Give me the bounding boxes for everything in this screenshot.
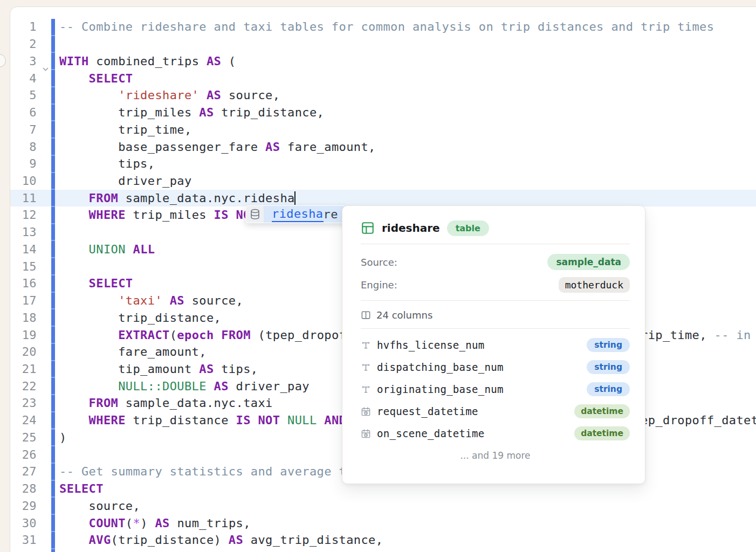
text-type-icon [361,362,377,372]
line-number: 31 [10,532,37,549]
autocomplete-rest-text: re [324,208,338,221]
autocomplete-item-rideshare[interactable]: rideshare [264,206,346,223]
column-type-badge: datetime [574,426,630,440]
code-line-8[interactable]: 8 base_passenger_fare AS fare_amount, [0,139,756,156]
code-text: tip_amount AS tips, [59,361,258,378]
line-number: 22 [10,378,37,395]
code-line-1[interactable]: 1-- Combine rideshare and taxi tables fo… [0,18,756,36]
engine-value-badge: motherduck [559,277,630,293]
code-text: source, [59,498,140,515]
columns-icon [361,310,371,320]
line-number: 21 [10,361,37,378]
column-row: request_datetimedatetime [361,403,630,419]
sql-editor-screen: 1-- Combine rideshare and taxi tables fo… [0,0,756,552]
line-number: 2 [10,36,37,53]
line-number: 20 [10,343,37,361]
code-line-9[interactable]: 9 tips, [0,155,756,172]
engine-label: Engine: [361,279,397,291]
code-text: AVG(trip_time) AS avg_trip_time, [59,549,324,552]
code-line-5[interactable]: 5 'rideshare' AS source, [0,87,756,104]
line-number: 16 [10,275,37,292]
column-type-badge: datetime [574,404,630,418]
line-number: 28 [10,480,37,498]
line-number: 17 [10,292,37,309]
table-title: rideshare [382,222,440,234]
code-text: FROM sample_data.nyc.taxi [59,395,273,412]
column-type-badge: string [587,382,630,396]
line-number: 8 [10,139,37,156]
code-text: ) [59,429,67,446]
source-label: Source: [361,257,397,268]
line-number: 7 [10,121,37,139]
code-line-10[interactable]: 10 driver_pay [0,172,756,190]
code-text: WITH combined_trips AS ( [59,53,236,70]
code-text: 'taxi' AS source, [59,292,243,309]
divider [361,244,630,244]
code-text: SELECT [59,70,133,87]
code-text: -- Combine rideshare and taxi tables for… [59,18,714,36]
line-number: 26 [10,446,37,464]
column-name: dispatching_base_num [377,361,587,373]
tooltip-header: rideshare table [361,220,630,236]
code-text: SELECT [59,480,104,498]
column-name: on_scene_datetime [377,427,574,439]
code-line-29[interactable]: 29 source, [0,498,756,515]
divider [361,328,630,329]
modified-lines-gutter-bar [51,19,55,552]
source-row: Source: sample_data [361,254,630,270]
code-line-7[interactable]: 7 trip_time, [0,121,756,139]
code-line-30[interactable]: 30 COUNT(*) AS num_trips, [0,515,756,532]
line-number: 10 [10,172,37,190]
column-row: originating_base_numstring [361,381,630,397]
column-type-badge: string [587,360,630,374]
code-text: FROM sample_data.nyc.ridesha [59,190,295,207]
code-line-4[interactable]: 4 SELECT [0,70,756,87]
code-text: 'rideshare' AS source, [59,87,280,104]
code-text: driver_pay [59,172,192,190]
line-number: 1 [10,18,37,36]
code-line-32[interactable]: 32 AVG(trip_time) AS avg_trip_time, [0,549,756,552]
line-number: 13 [10,224,37,241]
autocomplete-popup: rideshare [245,205,347,223]
column-name: hvfhs_license_num [377,339,587,351]
line-number: 32 [10,549,37,552]
code-line-3[interactable]: 3WITH combined_trips AS ( [0,53,756,70]
line-number: 11 [10,190,37,207]
table-type-badge: table [447,220,489,236]
line-number: 6 [10,104,37,121]
column-name: originating_base_num [377,383,587,395]
source-value-badge: sample_data [547,254,630,270]
code-text: tips, [59,155,155,172]
code-line-2[interactable]: 2 [0,36,756,53]
line-number: 29 [10,498,37,515]
more-columns-text: ... and 19 more [361,450,630,461]
code-text: trip_distance, [59,309,221,327]
text-type-icon [361,340,377,350]
line-number: 3 [10,53,37,70]
database-icon [246,206,264,223]
column-name: request_datetime [377,405,574,417]
code-text: AVG(trip_distance) AS avg_trip_distance, [59,532,383,549]
divider [361,300,630,301]
line-number: 12 [10,206,37,224]
line-number: 14 [10,241,37,258]
code-line-11[interactable]: 11 FROM sample_data.nyc.ridesha [0,190,756,207]
code-text: trip_time, [59,121,192,139]
line-number: 27 [10,463,37,480]
column-row: hvfhs_license_numstring [361,337,630,353]
code-line-31[interactable]: 31 AVG(trip_distance) AS avg_trip_distan… [0,532,756,549]
line-number: 15 [10,258,37,275]
engine-row: Engine: motherduck [361,277,630,293]
code-text: base_passenger_fare AS fare_amount, [59,139,376,156]
line-number: 18 [10,309,37,327]
code-text: NULL::DOUBLE AS driver_pay [59,378,310,395]
code-line-6[interactable]: 6 trip_miles AS trip_distance, [0,104,756,121]
line-number: 24 [10,412,37,429]
column-type-badge: string [587,338,630,352]
code-text: UNION ALL [59,241,155,258]
code-text: fare_amount, [59,343,207,361]
column-row: on_scene_datetimedatetime [361,425,630,441]
table-info-tooltip: rideshare table Source: sample_data Engi… [342,205,645,484]
line-number: 19 [10,327,37,344]
text-type-icon [361,384,377,395]
